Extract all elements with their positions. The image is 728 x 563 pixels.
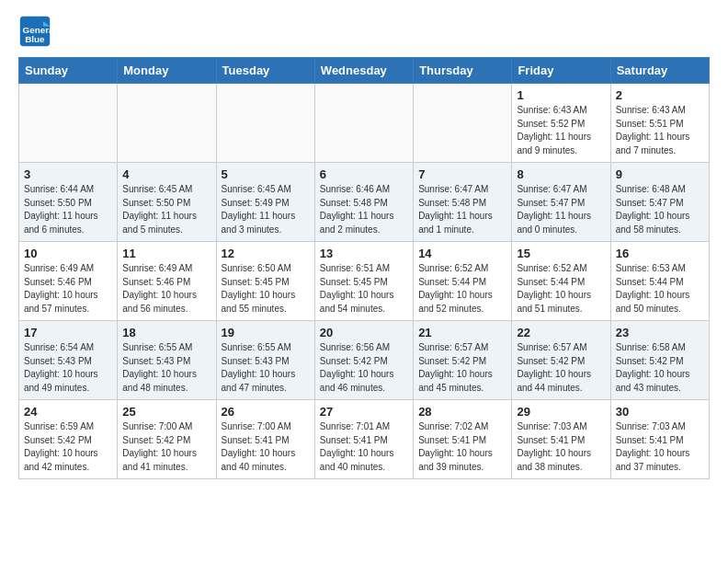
svg-text:Blue: Blue xyxy=(25,34,45,44)
day-number: 8 xyxy=(517,167,605,181)
day-number: 25 xyxy=(122,405,210,419)
day-number: 10 xyxy=(24,247,112,260)
calendar-cell: 23Sunrise: 6:58 AMSunset: 5:42 PMDayligh… xyxy=(610,321,709,400)
day-number: 22 xyxy=(517,326,605,339)
day-info: Sunrise: 7:03 AMSunset: 5:41 PMDaylight:… xyxy=(517,420,605,474)
calendar-cell: 29Sunrise: 7:03 AMSunset: 5:41 PMDayligh… xyxy=(512,400,610,479)
day-info: Sunrise: 6:57 AMSunset: 5:42 PMDaylight:… xyxy=(418,341,506,395)
day-info: Sunrise: 7:00 AMSunset: 5:41 PMDaylight:… xyxy=(222,420,310,474)
calendar-week-5: 24Sunrise: 6:59 AMSunset: 5:42 PMDayligh… xyxy=(19,400,710,479)
day-info: Sunrise: 6:50 AMSunset: 5:45 PMDaylight:… xyxy=(222,262,310,316)
day-number: 3 xyxy=(24,167,112,181)
day-info: Sunrise: 6:44 AMSunset: 5:50 PMDaylight:… xyxy=(24,183,112,236)
day-number: 29 xyxy=(517,405,605,419)
day-info: Sunrise: 6:59 AMSunset: 5:42 PMDaylight:… xyxy=(24,420,112,474)
weekday-header-monday: Monday xyxy=(118,58,216,84)
calendar-cell: 19Sunrise: 6:55 AMSunset: 5:43 PMDayligh… xyxy=(216,321,314,400)
calendar-cell: 7Sunrise: 6:47 AMSunset: 5:48 PMDaylight… xyxy=(414,163,512,242)
calendar-cell: 15Sunrise: 6:52 AMSunset: 5:44 PMDayligh… xyxy=(512,242,610,321)
day-info: Sunrise: 6:47 AMSunset: 5:48 PMDaylight:… xyxy=(418,183,506,236)
calendar-week-3: 10Sunrise: 6:49 AMSunset: 5:46 PMDayligh… xyxy=(19,242,710,321)
day-number: 1 xyxy=(517,88,605,102)
calendar-week-1: 1Sunrise: 6:43 AMSunset: 5:52 PMDaylight… xyxy=(19,84,710,163)
calendar-cell: 16Sunrise: 6:53 AMSunset: 5:44 PMDayligh… xyxy=(610,242,709,321)
logo: General Blue xyxy=(18,15,55,48)
calendar-cell: 12Sunrise: 6:50 AMSunset: 5:45 PMDayligh… xyxy=(216,242,314,321)
day-number: 7 xyxy=(418,167,506,181)
day-info: Sunrise: 6:45 AMSunset: 5:50 PMDaylight:… xyxy=(122,183,210,236)
day-number: 6 xyxy=(320,167,408,181)
day-number: 17 xyxy=(24,326,112,339)
weekday-header-thursday: Thursday xyxy=(414,58,512,84)
day-number: 21 xyxy=(418,326,506,339)
day-info: Sunrise: 6:58 AMSunset: 5:42 PMDaylight:… xyxy=(616,341,704,395)
calendar-cell: 18Sunrise: 6:55 AMSunset: 5:43 PMDayligh… xyxy=(118,321,216,400)
calendar-cell: 8Sunrise: 6:47 AMSunset: 5:47 PMDaylight… xyxy=(512,163,610,242)
day-number: 11 xyxy=(122,247,210,260)
day-info: Sunrise: 7:03 AMSunset: 5:41 PMDaylight:… xyxy=(616,420,704,474)
day-info: Sunrise: 6:55 AMSunset: 5:43 PMDaylight:… xyxy=(222,341,310,395)
day-info: Sunrise: 6:47 AMSunset: 5:47 PMDaylight:… xyxy=(517,183,605,236)
day-number: 19 xyxy=(222,326,310,339)
day-info: Sunrise: 7:00 AMSunset: 5:42 PMDaylight:… xyxy=(122,420,210,474)
day-info: Sunrise: 6:56 AMSunset: 5:42 PMDaylight:… xyxy=(320,341,408,395)
day-number: 16 xyxy=(616,247,704,260)
calendar-cell: 20Sunrise: 6:56 AMSunset: 5:42 PMDayligh… xyxy=(314,321,413,400)
calendar-cell: 11Sunrise: 6:49 AMSunset: 5:46 PMDayligh… xyxy=(118,242,216,321)
calendar-cell xyxy=(414,84,512,163)
calendar-cell: 21Sunrise: 6:57 AMSunset: 5:42 PMDayligh… xyxy=(414,321,512,400)
calendar-cell: 9Sunrise: 6:48 AMSunset: 5:47 PMDaylight… xyxy=(610,163,709,242)
day-number: 30 xyxy=(616,405,704,419)
calendar-week-2: 3Sunrise: 6:44 AMSunset: 5:50 PMDaylight… xyxy=(19,163,710,242)
weekday-header-sunday: Sunday xyxy=(19,58,118,84)
header: General Blue xyxy=(18,15,710,48)
day-number: 4 xyxy=(122,167,210,181)
day-number: 18 xyxy=(122,326,210,339)
day-info: Sunrise: 6:43 AMSunset: 5:52 PMDaylight:… xyxy=(517,104,605,157)
calendar-cell: 1Sunrise: 6:43 AMSunset: 5:52 PMDaylight… xyxy=(512,84,610,163)
day-info: Sunrise: 6:57 AMSunset: 5:42 PMDaylight:… xyxy=(517,341,605,395)
calendar-cell xyxy=(216,84,314,163)
calendar-cell xyxy=(19,84,118,163)
calendar-cell: 22Sunrise: 6:57 AMSunset: 5:42 PMDayligh… xyxy=(512,321,610,400)
calendar-cell: 27Sunrise: 7:01 AMSunset: 5:41 PMDayligh… xyxy=(314,400,413,479)
day-number: 15 xyxy=(517,247,605,260)
day-info: Sunrise: 6:51 AMSunset: 5:45 PMDaylight:… xyxy=(320,262,408,316)
calendar-cell: 10Sunrise: 6:49 AMSunset: 5:46 PMDayligh… xyxy=(19,242,118,321)
day-info: Sunrise: 6:49 AMSunset: 5:46 PMDaylight:… xyxy=(122,262,210,316)
calendar-cell: 28Sunrise: 7:02 AMSunset: 5:41 PMDayligh… xyxy=(414,400,512,479)
day-info: Sunrise: 6:52 AMSunset: 5:44 PMDaylight:… xyxy=(517,262,605,316)
calendar-cell: 5Sunrise: 6:45 AMSunset: 5:49 PMDaylight… xyxy=(216,163,314,242)
calendar-cell: 6Sunrise: 6:46 AMSunset: 5:48 PMDaylight… xyxy=(314,163,413,242)
calendar-cell: 24Sunrise: 6:59 AMSunset: 5:42 PMDayligh… xyxy=(19,400,118,479)
calendar-cell: 17Sunrise: 6:54 AMSunset: 5:43 PMDayligh… xyxy=(19,321,118,400)
day-number: 27 xyxy=(320,405,408,419)
weekday-header-wednesday: Wednesday xyxy=(314,58,413,84)
calendar-table: SundayMondayTuesdayWednesdayThursdayFrid… xyxy=(18,57,710,479)
day-info: Sunrise: 7:01 AMSunset: 5:41 PMDaylight:… xyxy=(320,420,408,474)
day-number: 14 xyxy=(418,247,506,260)
day-info: Sunrise: 6:45 AMSunset: 5:49 PMDaylight:… xyxy=(222,183,310,236)
calendar-cell: 14Sunrise: 6:52 AMSunset: 5:44 PMDayligh… xyxy=(414,242,512,321)
day-info: Sunrise: 7:02 AMSunset: 5:41 PMDaylight:… xyxy=(418,420,506,474)
calendar-cell: 4Sunrise: 6:45 AMSunset: 5:50 PMDaylight… xyxy=(118,163,216,242)
calendar-cell: 2Sunrise: 6:43 AMSunset: 5:51 PMDaylight… xyxy=(610,84,709,163)
day-number: 24 xyxy=(24,405,112,419)
calendar-cell: 25Sunrise: 7:00 AMSunset: 5:42 PMDayligh… xyxy=(118,400,216,479)
calendar-cell xyxy=(314,84,413,163)
page: General Blue SundayMondayTuesdayWednesda… xyxy=(0,0,728,498)
day-number: 2 xyxy=(616,88,704,102)
day-info: Sunrise: 6:53 AMSunset: 5:44 PMDaylight:… xyxy=(616,262,704,316)
day-number: 20 xyxy=(320,326,408,339)
weekday-header-row: SundayMondayTuesdayWednesdayThursdayFrid… xyxy=(19,58,710,84)
calendar-week-4: 17Sunrise: 6:54 AMSunset: 5:43 PMDayligh… xyxy=(19,321,710,400)
day-info: Sunrise: 6:52 AMSunset: 5:44 PMDaylight:… xyxy=(418,262,506,316)
day-number: 12 xyxy=(222,247,310,260)
day-info: Sunrise: 6:43 AMSunset: 5:51 PMDaylight:… xyxy=(616,104,704,157)
day-number: 9 xyxy=(616,167,704,181)
weekday-header-saturday: Saturday xyxy=(610,58,709,84)
day-number: 13 xyxy=(320,247,408,260)
day-number: 5 xyxy=(222,167,310,181)
day-info: Sunrise: 6:54 AMSunset: 5:43 PMDaylight:… xyxy=(24,341,112,395)
calendar-cell xyxy=(118,84,216,163)
